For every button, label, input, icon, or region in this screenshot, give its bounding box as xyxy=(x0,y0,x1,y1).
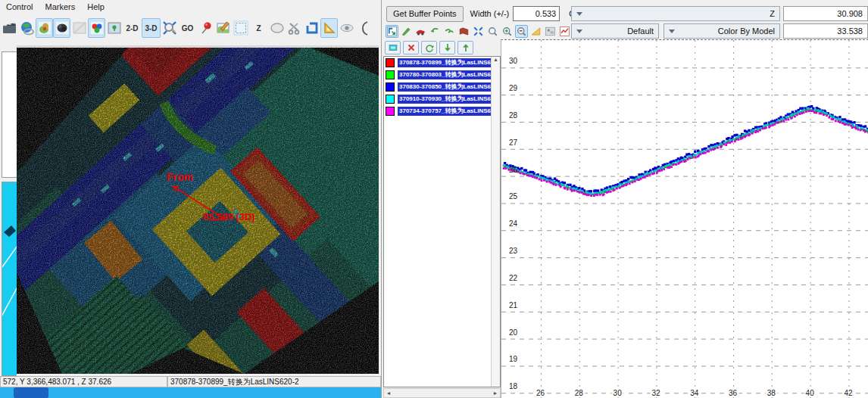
default-dropdown-value: Default xyxy=(587,26,654,36)
load-lines-icon[interactable] xyxy=(457,25,470,38)
redo-icon[interactable] xyxy=(443,25,456,38)
zoom-window-icon[interactable] xyxy=(486,25,499,38)
section-marker-icon[interactable] xyxy=(414,25,427,38)
triangle-ruler-icon[interactable] xyxy=(320,18,338,38)
legend-color-swatch[interactable] xyxy=(386,107,395,116)
zoom-fit-icon[interactable] xyxy=(161,18,178,38)
measurement-arrow xyxy=(17,45,379,374)
main-window: ControlMarkersHelp 2-D3-DGOZ xyxy=(0,0,381,398)
legend-item-label: 370910-370930_转换为LasLINS620-2 xyxy=(398,95,501,104)
partial-circle-icon[interactable] xyxy=(355,18,373,38)
svg-text:28: 28 xyxy=(509,111,518,120)
svg-text:32: 32 xyxy=(651,389,660,397)
color-by-dropdown-value: Color By Model xyxy=(679,26,775,36)
delete-button[interactable] xyxy=(403,41,419,54)
taskbar-app-button[interactable] xyxy=(14,387,48,398)
pushpin-icon[interactable] xyxy=(197,18,214,38)
image-disabled-icon[interactable] xyxy=(70,18,88,38)
scroll-right-icon[interactable]: ► xyxy=(491,389,500,397)
legend-item-label: 370878-370899_转换为LasLINS620-2 xyxy=(398,58,501,67)
menu-help[interactable]: Help xyxy=(81,2,111,12)
svg-text:19: 19 xyxy=(509,355,518,363)
zoom-extents-icon[interactable] xyxy=(472,25,485,38)
measure-triangle-icon[interactable] xyxy=(529,25,542,38)
z-filter-icon[interactable]: Z xyxy=(249,18,268,38)
overview-lines-graphic xyxy=(2,182,17,376)
globe-link-icon[interactable] xyxy=(18,18,36,38)
svg-text:23: 23 xyxy=(509,247,518,255)
width-input[interactable]: 0.533 xyxy=(513,6,560,21)
profile-plot-view[interactable]: 1819202122232425262728293026283032343638… xyxy=(501,39,868,398)
zoom-in-icon[interactable] xyxy=(501,25,514,38)
taskbar-strip[interactable] xyxy=(0,387,381,398)
legend-item-label: 370734-370757_转换为LasLINS620-2 xyxy=(398,107,501,116)
eye-icon[interactable] xyxy=(338,18,355,38)
get-buffer-points-button[interactable]: Get Buffer Points xyxy=(386,6,464,22)
svg-text:30: 30 xyxy=(509,57,518,65)
docked-panel-strip xyxy=(0,43,17,376)
docked-panel-top[interactable] xyxy=(2,51,17,178)
framed-image-icon[interactable] xyxy=(105,18,123,38)
scanner-icon[interactable] xyxy=(53,18,70,38)
profile-controls-row: Get Buffer Points Width (+/-) 0.533 Offs… xyxy=(382,5,868,22)
ellipse-icon[interactable] xyxy=(268,18,286,38)
svg-text:29: 29 xyxy=(509,84,518,92)
legend-color-swatch[interactable] xyxy=(386,70,395,79)
legend-item[interactable]: 370734-370757_转换为LasLINS620-2 xyxy=(384,105,500,117)
render-settings-icon[interactable] xyxy=(544,25,557,38)
attribute-dropdown-value: Z xyxy=(587,9,775,18)
crop-rect-icon[interactable] xyxy=(303,18,320,38)
profile-toolbar-row: ? Default Color By Model 33.538 xyxy=(382,23,868,39)
legend-vertical-scrollbar[interactable]: ▲ xyxy=(491,57,500,387)
width-label: Width (+/-) xyxy=(470,9,510,18)
status-active-file: 370878-370899_转换为LasLINS620-2 xyxy=(167,376,381,387)
value-top-field: 30.908 xyxy=(783,6,868,21)
svg-text:40: 40 xyxy=(806,389,815,397)
legend-horizontal-scrollbar[interactable]: ◄ ► xyxy=(383,388,501,398)
default-dropdown[interactable]: Default xyxy=(571,23,659,39)
legend-color-swatch[interactable] xyxy=(386,82,395,92)
profile-window: Get Buffer Points Width (+/-) 0.533 Offs… xyxy=(381,0,868,398)
legend-item[interactable]: 370878-370899_转换为LasLINS620-2 xyxy=(384,57,500,69)
menu-markers[interactable]: Markers xyxy=(39,2,81,12)
profile-plot-graphic: 1819202122232425262728293026283032343638… xyxy=(501,40,868,398)
docked-panel-overview[interactable] xyxy=(2,182,17,376)
move-up-button[interactable] xyxy=(457,41,473,54)
view-2d-button[interactable]: 2-D xyxy=(123,18,142,38)
svg-text:26: 26 xyxy=(509,166,518,174)
clapperboard-icon[interactable] xyxy=(1,18,18,38)
svg-text:20: 20 xyxy=(509,328,518,337)
map-edit-icon[interactable] xyxy=(214,18,232,38)
svg-text:25: 25 xyxy=(509,192,518,201)
legend-color-swatch[interactable] xyxy=(386,95,395,104)
scroll-left-icon[interactable]: ◄ xyxy=(384,389,393,397)
svg-text:34: 34 xyxy=(690,389,699,397)
legend-item[interactable]: 370830-370850_转换为LasLINS620-2 xyxy=(384,81,500,93)
select-region-icon[interactable] xyxy=(232,18,249,38)
legend-item[interactable]: 370910-370930_转换为LasLINS620-2 xyxy=(384,93,500,105)
chevron-down-icon xyxy=(669,30,675,33)
pointcloud-3d-view[interactable]: From 85.589 (3D) xyxy=(17,45,379,374)
attribute-dropdown[interactable]: Z xyxy=(571,6,780,21)
pointcloud-color-icon[interactable] xyxy=(36,18,53,38)
zoom-out-icon[interactable] xyxy=(515,25,528,38)
refresh-button[interactable] xyxy=(421,41,437,54)
select-all-button[interactable] xyxy=(385,41,401,54)
svg-text:38: 38 xyxy=(767,389,776,397)
color-by-dropdown[interactable]: Color By Model xyxy=(663,23,780,39)
menu-control[interactable]: Control xyxy=(0,2,39,12)
svg-text:21: 21 xyxy=(509,301,518,309)
profile-marker-icon[interactable] xyxy=(386,25,398,38)
move-down-button[interactable] xyxy=(439,41,455,54)
rgb-color-icon[interactable] xyxy=(88,18,105,38)
svg-text:18: 18 xyxy=(509,382,518,390)
legend-color-swatch[interactable] xyxy=(386,58,395,67)
scissors-icon[interactable] xyxy=(286,18,303,38)
svg-text:22: 22 xyxy=(509,274,518,282)
chart-icon[interactable] xyxy=(558,25,571,38)
undo-icon[interactable] xyxy=(429,25,442,38)
view-3d-button[interactable]: 3-D xyxy=(142,18,161,38)
legend-item[interactable]: 370780-370803_转换为LasLINS620-2 xyxy=(384,69,500,81)
go-back-icon[interactable]: GO xyxy=(178,18,197,38)
draw-profile-icon[interactable] xyxy=(400,25,413,38)
